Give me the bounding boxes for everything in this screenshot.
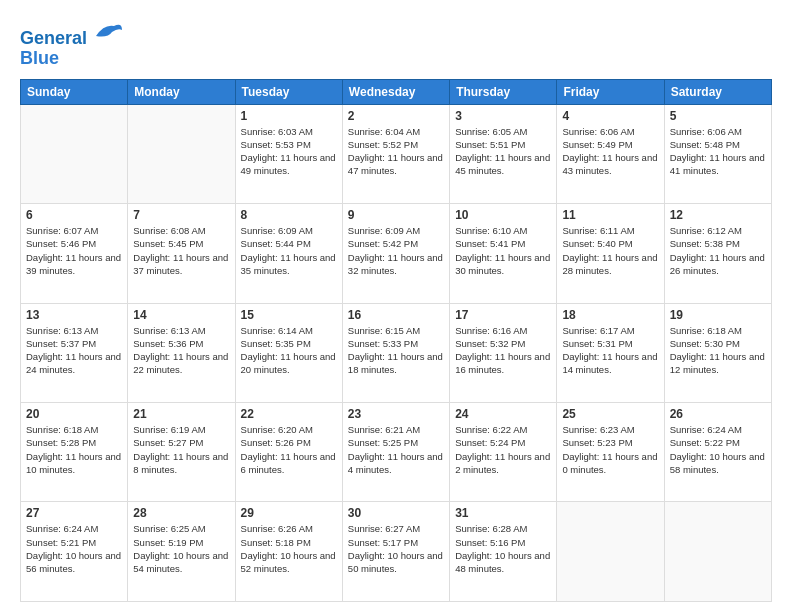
day-number: 15 <box>241 308 337 322</box>
calendar-cell: 26Sunrise: 6:24 AM Sunset: 5:22 PM Dayli… <box>664 403 771 502</box>
day-info: Sunrise: 6:09 AM Sunset: 5:42 PM Dayligh… <box>348 224 444 277</box>
logo-text: General <box>20 16 124 49</box>
day-number: 14 <box>133 308 229 322</box>
calendar-cell: 23Sunrise: 6:21 AM Sunset: 5:25 PM Dayli… <box>342 403 449 502</box>
calendar-cell: 27Sunrise: 6:24 AM Sunset: 5:21 PM Dayli… <box>21 502 128 602</box>
day-number: 16 <box>348 308 444 322</box>
calendar-cell: 11Sunrise: 6:11 AM Sunset: 5:40 PM Dayli… <box>557 204 664 303</box>
calendar-cell: 22Sunrise: 6:20 AM Sunset: 5:26 PM Dayli… <box>235 403 342 502</box>
day-number: 9 <box>348 208 444 222</box>
calendar-cell: 21Sunrise: 6:19 AM Sunset: 5:27 PM Dayli… <box>128 403 235 502</box>
day-number: 24 <box>455 407 551 421</box>
calendar-cell: 30Sunrise: 6:27 AM Sunset: 5:17 PM Dayli… <box>342 502 449 602</box>
day-number: 4 <box>562 109 658 123</box>
calendar-cell <box>128 104 235 203</box>
calendar-header-friday: Friday <box>557 79 664 104</box>
calendar-header-tuesday: Tuesday <box>235 79 342 104</box>
day-info: Sunrise: 6:21 AM Sunset: 5:25 PM Dayligh… <box>348 423 444 476</box>
day-number: 31 <box>455 506 551 520</box>
calendar-cell: 6Sunrise: 6:07 AM Sunset: 5:46 PM Daylig… <box>21 204 128 303</box>
day-number: 2 <box>348 109 444 123</box>
calendar-cell: 25Sunrise: 6:23 AM Sunset: 5:23 PM Dayli… <box>557 403 664 502</box>
calendar-header-monday: Monday <box>128 79 235 104</box>
calendar-cell: 19Sunrise: 6:18 AM Sunset: 5:30 PM Dayli… <box>664 303 771 402</box>
calendar-week-1: 1Sunrise: 6:03 AM Sunset: 5:53 PM Daylig… <box>21 104 772 203</box>
day-number: 28 <box>133 506 229 520</box>
calendar-header-sunday: Sunday <box>21 79 128 104</box>
day-number: 22 <box>241 407 337 421</box>
calendar-header-thursday: Thursday <box>450 79 557 104</box>
calendar-week-3: 13Sunrise: 6:13 AM Sunset: 5:37 PM Dayli… <box>21 303 772 402</box>
day-info: Sunrise: 6:26 AM Sunset: 5:18 PM Dayligh… <box>241 522 337 575</box>
calendar-table: SundayMondayTuesdayWednesdayThursdayFrid… <box>20 79 772 602</box>
day-info: Sunrise: 6:08 AM Sunset: 5:45 PM Dayligh… <box>133 224 229 277</box>
calendar-cell: 17Sunrise: 6:16 AM Sunset: 5:32 PM Dayli… <box>450 303 557 402</box>
day-number: 10 <box>455 208 551 222</box>
logo-general: General <box>20 28 87 48</box>
day-number: 13 <box>26 308 122 322</box>
day-info: Sunrise: 6:14 AM Sunset: 5:35 PM Dayligh… <box>241 324 337 377</box>
calendar-cell: 20Sunrise: 6:18 AM Sunset: 5:28 PM Dayli… <box>21 403 128 502</box>
calendar-cell: 10Sunrise: 6:10 AM Sunset: 5:41 PM Dayli… <box>450 204 557 303</box>
day-number: 8 <box>241 208 337 222</box>
page: General Blue SundayMondayTuesdayWednesda… <box>0 0 792 612</box>
day-info: Sunrise: 6:13 AM Sunset: 5:36 PM Dayligh… <box>133 324 229 377</box>
day-info: Sunrise: 6:24 AM Sunset: 5:21 PM Dayligh… <box>26 522 122 575</box>
day-info: Sunrise: 6:07 AM Sunset: 5:46 PM Dayligh… <box>26 224 122 277</box>
logo-blue: Blue <box>20 49 124 69</box>
day-info: Sunrise: 6:24 AM Sunset: 5:22 PM Dayligh… <box>670 423 766 476</box>
calendar-cell: 15Sunrise: 6:14 AM Sunset: 5:35 PM Dayli… <box>235 303 342 402</box>
calendar-cell <box>664 502 771 602</box>
day-number: 20 <box>26 407 122 421</box>
day-number: 7 <box>133 208 229 222</box>
calendar-cell: 14Sunrise: 6:13 AM Sunset: 5:36 PM Dayli… <box>128 303 235 402</box>
day-number: 12 <box>670 208 766 222</box>
calendar-week-2: 6Sunrise: 6:07 AM Sunset: 5:46 PM Daylig… <box>21 204 772 303</box>
day-info: Sunrise: 6:16 AM Sunset: 5:32 PM Dayligh… <box>455 324 551 377</box>
day-number: 3 <box>455 109 551 123</box>
day-info: Sunrise: 6:09 AM Sunset: 5:44 PM Dayligh… <box>241 224 337 277</box>
calendar-cell: 16Sunrise: 6:15 AM Sunset: 5:33 PM Dayli… <box>342 303 449 402</box>
calendar-cell <box>21 104 128 203</box>
day-info: Sunrise: 6:17 AM Sunset: 5:31 PM Dayligh… <box>562 324 658 377</box>
calendar-week-5: 27Sunrise: 6:24 AM Sunset: 5:21 PM Dayli… <box>21 502 772 602</box>
day-info: Sunrise: 6:10 AM Sunset: 5:41 PM Dayligh… <box>455 224 551 277</box>
day-info: Sunrise: 6:18 AM Sunset: 5:30 PM Dayligh… <box>670 324 766 377</box>
calendar-week-4: 20Sunrise: 6:18 AM Sunset: 5:28 PM Dayli… <box>21 403 772 502</box>
calendar-cell: 12Sunrise: 6:12 AM Sunset: 5:38 PM Dayli… <box>664 204 771 303</box>
calendar-cell: 5Sunrise: 6:06 AM Sunset: 5:48 PM Daylig… <box>664 104 771 203</box>
day-info: Sunrise: 6:25 AM Sunset: 5:19 PM Dayligh… <box>133 522 229 575</box>
day-info: Sunrise: 6:27 AM Sunset: 5:17 PM Dayligh… <box>348 522 444 575</box>
day-number: 6 <box>26 208 122 222</box>
calendar-cell: 24Sunrise: 6:22 AM Sunset: 5:24 PM Dayli… <box>450 403 557 502</box>
calendar-header-wednesday: Wednesday <box>342 79 449 104</box>
day-info: Sunrise: 6:11 AM Sunset: 5:40 PM Dayligh… <box>562 224 658 277</box>
day-number: 19 <box>670 308 766 322</box>
day-number: 18 <box>562 308 658 322</box>
header: General Blue <box>20 16 772 69</box>
calendar-cell: 18Sunrise: 6:17 AM Sunset: 5:31 PM Dayli… <box>557 303 664 402</box>
day-info: Sunrise: 6:12 AM Sunset: 5:38 PM Dayligh… <box>670 224 766 277</box>
logo: General Blue <box>20 16 124 69</box>
calendar-cell: 28Sunrise: 6:25 AM Sunset: 5:19 PM Dayli… <box>128 502 235 602</box>
day-info: Sunrise: 6:13 AM Sunset: 5:37 PM Dayligh… <box>26 324 122 377</box>
day-info: Sunrise: 6:23 AM Sunset: 5:23 PM Dayligh… <box>562 423 658 476</box>
logo-bird-icon <box>94 16 124 44</box>
day-info: Sunrise: 6:04 AM Sunset: 5:52 PM Dayligh… <box>348 125 444 178</box>
day-number: 23 <box>348 407 444 421</box>
calendar-cell: 4Sunrise: 6:06 AM Sunset: 5:49 PM Daylig… <box>557 104 664 203</box>
day-info: Sunrise: 6:19 AM Sunset: 5:27 PM Dayligh… <box>133 423 229 476</box>
day-number: 30 <box>348 506 444 520</box>
calendar-cell: 8Sunrise: 6:09 AM Sunset: 5:44 PM Daylig… <box>235 204 342 303</box>
day-info: Sunrise: 6:06 AM Sunset: 5:49 PM Dayligh… <box>562 125 658 178</box>
day-number: 5 <box>670 109 766 123</box>
calendar-cell: 31Sunrise: 6:28 AM Sunset: 5:16 PM Dayli… <box>450 502 557 602</box>
day-info: Sunrise: 6:22 AM Sunset: 5:24 PM Dayligh… <box>455 423 551 476</box>
calendar-cell: 13Sunrise: 6:13 AM Sunset: 5:37 PM Dayli… <box>21 303 128 402</box>
day-info: Sunrise: 6:18 AM Sunset: 5:28 PM Dayligh… <box>26 423 122 476</box>
day-number: 1 <box>241 109 337 123</box>
day-number: 11 <box>562 208 658 222</box>
day-number: 27 <box>26 506 122 520</box>
day-number: 25 <box>562 407 658 421</box>
calendar-cell: 2Sunrise: 6:04 AM Sunset: 5:52 PM Daylig… <box>342 104 449 203</box>
